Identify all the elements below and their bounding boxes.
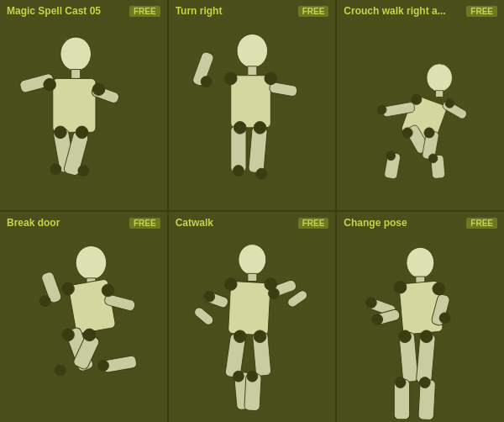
svg-point-71 bbox=[203, 291, 214, 302]
svg-point-52 bbox=[102, 284, 114, 297]
svg-point-76 bbox=[247, 371, 258, 382]
figure-area bbox=[7, 232, 160, 422]
svg-point-87 bbox=[395, 281, 407, 293]
card-magic-spell-cast-05: Magic Spell Cast 05 FREE bbox=[0, 0, 167, 210]
free-badge: FREE bbox=[129, 218, 160, 229]
card-header: Change pose FREE bbox=[344, 217, 497, 229]
svg-point-53 bbox=[39, 296, 50, 307]
svg-rect-1 bbox=[71, 69, 81, 78]
svg-rect-2 bbox=[53, 78, 96, 132]
figure-area bbox=[344, 232, 497, 422]
svg-point-77 bbox=[407, 247, 434, 278]
svg-point-39 bbox=[402, 128, 412, 138]
svg-point-91 bbox=[439, 313, 450, 324]
svg-point-25 bbox=[233, 166, 244, 177]
svg-point-58 bbox=[239, 245, 266, 276]
figure-area bbox=[176, 20, 329, 210]
card-catwalk: Catwalk FREE bbox=[169, 212, 336, 422]
card-header: Break door FREE bbox=[7, 217, 160, 229]
card-title: Crouch walk right a... bbox=[344, 5, 463, 17]
svg-point-13 bbox=[237, 34, 268, 67]
card-title: Change pose bbox=[344, 217, 463, 229]
svg-point-88 bbox=[433, 282, 445, 295]
figure-svg bbox=[344, 20, 497, 210]
card-title: Break door bbox=[7, 217, 126, 229]
free-badge: FREE bbox=[466, 6, 497, 17]
card-break-door: Break door FREE bbox=[0, 212, 167, 422]
svg-point-40 bbox=[424, 128, 434, 138]
svg-point-7 bbox=[44, 78, 56, 91]
svg-point-72 bbox=[268, 288, 279, 299]
svg-point-89 bbox=[366, 298, 377, 309]
svg-rect-14 bbox=[248, 66, 257, 76]
card-change-pose: Change pose FREE bbox=[337, 212, 504, 422]
free-badge: FREE bbox=[466, 218, 497, 229]
figure-svg bbox=[7, 232, 160, 422]
svg-point-26 bbox=[256, 168, 267, 179]
svg-rect-28 bbox=[436, 91, 444, 98]
card-header: Magic Spell Cast 05 FREE bbox=[7, 5, 160, 17]
svg-point-95 bbox=[420, 377, 431, 388]
svg-point-73 bbox=[234, 330, 246, 343]
figure-svg bbox=[176, 20, 329, 210]
svg-point-75 bbox=[233, 371, 244, 382]
card-title: Turn right bbox=[176, 5, 295, 17]
svg-point-20 bbox=[224, 72, 237, 85]
svg-point-90 bbox=[372, 314, 383, 325]
card-title: Magic Spell Cast 05 bbox=[7, 5, 126, 17]
animation-grid: Magic Spell Cast 05 FREE bbox=[0, 0, 504, 422]
svg-point-10 bbox=[76, 126, 88, 139]
svg-point-93 bbox=[421, 330, 433, 343]
svg-point-8 bbox=[92, 83, 105, 96]
svg-point-74 bbox=[254, 330, 266, 343]
svg-point-11 bbox=[50, 164, 61, 175]
figure-svg bbox=[176, 232, 329, 422]
svg-point-21 bbox=[265, 72, 277, 85]
svg-point-43 bbox=[76, 245, 107, 279]
svg-point-38 bbox=[445, 99, 454, 108]
card-title: Catwalk bbox=[176, 217, 295, 229]
free-badge: FREE bbox=[298, 218, 329, 229]
svg-point-56 bbox=[55, 365, 66, 376]
card-header: Turn right FREE bbox=[176, 5, 329, 17]
svg-point-92 bbox=[399, 330, 412, 343]
svg-point-51 bbox=[62, 282, 75, 295]
svg-point-9 bbox=[55, 126, 67, 139]
svg-point-27 bbox=[427, 64, 452, 92]
card-header: Crouch walk right a... FREE bbox=[344, 5, 497, 17]
svg-point-0 bbox=[60, 37, 92, 71]
svg-point-42 bbox=[429, 154, 438, 163]
svg-point-41 bbox=[386, 151, 396, 161]
svg-point-24 bbox=[254, 122, 266, 135]
svg-point-37 bbox=[378, 105, 387, 114]
figure-area bbox=[7, 20, 160, 210]
svg-point-94 bbox=[396, 377, 407, 388]
figure-area bbox=[176, 232, 329, 422]
free-badge: FREE bbox=[298, 6, 329, 17]
svg-point-69 bbox=[224, 278, 237, 291]
figure-svg bbox=[344, 232, 497, 422]
svg-point-23 bbox=[234, 122, 246, 135]
svg-rect-62 bbox=[192, 306, 215, 327]
svg-rect-15 bbox=[230, 76, 270, 128]
card-turn-right: Turn right FREE bbox=[169, 0, 336, 210]
card-crouch-walk-right: Crouch walk right a... FREE bbox=[337, 0, 504, 210]
svg-point-22 bbox=[201, 76, 212, 87]
figure-area bbox=[344, 20, 497, 210]
svg-point-57 bbox=[98, 361, 109, 372]
svg-point-54 bbox=[62, 329, 75, 341]
svg-point-55 bbox=[83, 329, 96, 341]
free-badge: FREE bbox=[129, 6, 160, 17]
svg-point-12 bbox=[78, 166, 89, 177]
card-header: Catwalk FREE bbox=[176, 217, 329, 229]
figure-svg bbox=[7, 20, 160, 210]
svg-rect-59 bbox=[248, 273, 257, 281]
svg-point-36 bbox=[412, 94, 422, 104]
